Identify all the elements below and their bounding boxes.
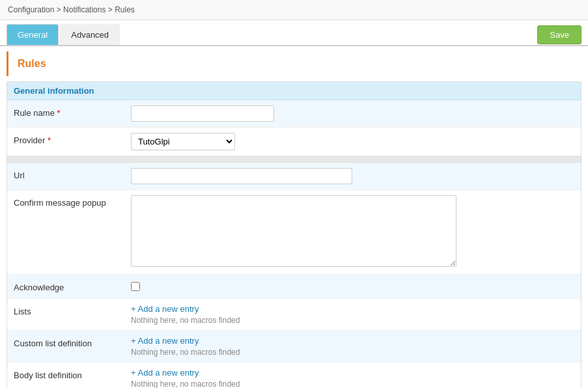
acknowledge-row: Acknowledge bbox=[7, 275, 581, 299]
confirm-message-textarea[interactable] bbox=[131, 195, 456, 267]
breadcrumb-notifications: Notifications bbox=[63, 5, 105, 14]
provider-required: * bbox=[48, 135, 51, 145]
provider-select[interactable]: TutoGlpi bbox=[131, 133, 235, 150]
lists-no-macros: Nothing here, no macros finded bbox=[131, 316, 240, 325]
provider-control: TutoGlpi bbox=[131, 133, 574, 150]
lists-row: Lists + Add a new entry Nothing here, no… bbox=[7, 299, 581, 331]
provider-label: Provider * bbox=[14, 133, 131, 145]
confirm-message-control bbox=[131, 195, 574, 269]
rule-name-control bbox=[131, 105, 574, 122]
confirm-message-label: Confirm message popup bbox=[14, 195, 131, 208]
lists-control: + Add a new entry Nothing here, no macro… bbox=[131, 304, 574, 325]
custom-list-no-macros: Nothing here, no macros finded bbox=[131, 348, 240, 357]
custom-list-label: Custom list definition bbox=[14, 336, 131, 348]
breadcrumb-rules: Rules bbox=[115, 5, 135, 14]
body-list-no-macros: Nothing here, no macros finded bbox=[131, 380, 240, 388]
section-header: General information bbox=[7, 82, 581, 100]
breadcrumb-sep2: > bbox=[108, 5, 115, 14]
rule-name-input[interactable] bbox=[131, 105, 274, 122]
body-list-add-entry-link[interactable]: + Add a new entry bbox=[131, 368, 574, 378]
general-info-section: General information Rule name * Provider… bbox=[7, 81, 581, 388]
section-divider bbox=[7, 156, 581, 163]
custom-list-add-entry-link[interactable]: + Add a new entry bbox=[131, 336, 574, 346]
url-row: Url bbox=[7, 163, 581, 190]
tab-advanced[interactable]: Advanced bbox=[60, 24, 120, 45]
tabs-bar: General Advanced Save bbox=[0, 20, 588, 46]
rule-name-required: * bbox=[57, 108, 61, 118]
url-control bbox=[131, 168, 574, 184]
breadcrumb-sep1: > bbox=[57, 5, 63, 14]
body-list-label: Body list definition bbox=[14, 368, 131, 380]
tab-general[interactable]: General bbox=[7, 24, 59, 45]
rule-name-row: Rule name * bbox=[7, 100, 581, 128]
breadcrumb: Configuration > Notifications > Rules bbox=[0, 0, 588, 20]
confirm-message-row: Confirm message popup bbox=[7, 190, 581, 275]
custom-list-row: Custom list definition + Add a new entry… bbox=[7, 331, 581, 363]
url-input[interactable] bbox=[131, 168, 352, 184]
provider-row: Provider * TutoGlpi bbox=[7, 128, 581, 156]
breadcrumb-text: Configuration bbox=[8, 5, 54, 14]
body-list-control: + Add a new entry Nothing here, no macro… bbox=[131, 368, 574, 388]
url-label: Url bbox=[14, 168, 131, 180]
acknowledge-label: Acknowledge bbox=[14, 280, 131, 292]
acknowledge-control bbox=[131, 280, 574, 293]
custom-list-control: + Add a new entry Nothing here, no macro… bbox=[131, 336, 574, 357]
acknowledge-checkbox[interactable] bbox=[131, 282, 140, 291]
page-title: Rules bbox=[7, 51, 581, 76]
save-button-top[interactable]: Save bbox=[537, 25, 581, 44]
body-list-row: Body list definition + Add a new entry N… bbox=[7, 363, 581, 388]
rule-name-label: Rule name * bbox=[14, 105, 131, 118]
lists-label: Lists bbox=[14, 304, 131, 316]
lists-add-entry-link[interactable]: + Add a new entry bbox=[131, 304, 574, 314]
